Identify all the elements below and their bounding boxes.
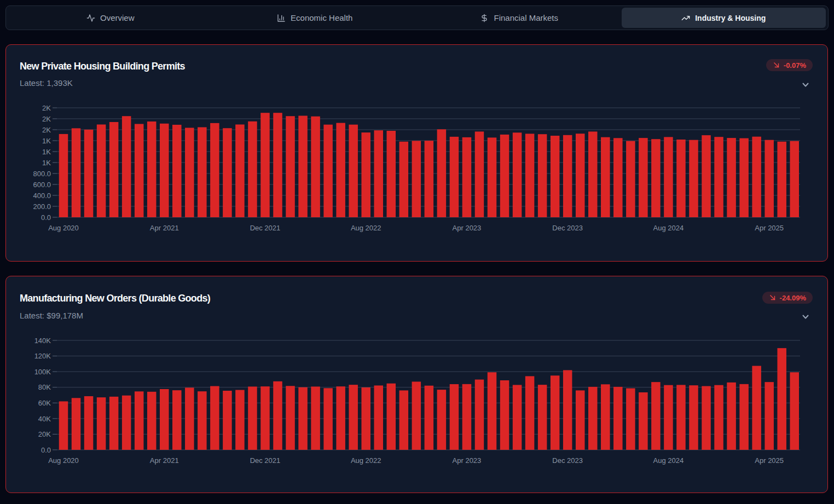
svg-text:Dec 2021: Dec 2021: [250, 224, 281, 232]
svg-text:Dec 2021: Dec 2021: [250, 456, 281, 465]
svg-text:0.0: 0.0: [41, 213, 51, 222]
svg-text:Aug 2024: Aug 2024: [653, 224, 684, 232]
svg-text:600.0: 600.0: [33, 181, 51, 189]
svg-text:Dec 2023: Dec 2023: [552, 456, 583, 465]
svg-text:Apr 2021: Apr 2021: [150, 456, 179, 465]
svg-text:100K: 100K: [34, 368, 51, 376]
svg-text:Aug 2024: Aug 2024: [653, 456, 684, 465]
svg-text:2K: 2K: [42, 126, 51, 134]
svg-text:200.0: 200.0: [33, 202, 51, 211]
svg-text:Aug 2022: Aug 2022: [351, 456, 381, 465]
svg-text:Apr 2025: Apr 2025: [755, 224, 784, 232]
svg-text:Aug 2022: Aug 2022: [351, 224, 381, 232]
svg-text:Apr 2021: Apr 2021: [150, 224, 179, 232]
svg-text:20K: 20K: [38, 430, 51, 438]
svg-text:1K: 1K: [42, 159, 51, 167]
svg-text:1K: 1K: [42, 137, 51, 145]
svg-text:400.0: 400.0: [33, 192, 51, 200]
svg-text:0.0: 0.0: [41, 446, 51, 454]
svg-text:2K: 2K: [42, 104, 51, 112]
svg-text:140K: 140K: [34, 337, 51, 345]
svg-text:Aug 2020: Aug 2020: [48, 224, 79, 232]
svg-text:1K: 1K: [42, 148, 51, 156]
svg-text:60K: 60K: [38, 399, 51, 407]
svg-text:Dec 2023: Dec 2023: [552, 224, 583, 232]
svg-text:Apr 2023: Apr 2023: [453, 224, 482, 232]
svg-text:Apr 2025: Apr 2025: [755, 456, 784, 465]
svg-text:40K: 40K: [38, 415, 51, 423]
svg-text:80K: 80K: [38, 383, 51, 391]
svg-text:120K: 120K: [34, 352, 51, 360]
svg-text:Aug 2020: Aug 2020: [48, 456, 79, 465]
svg-text:800.0: 800.0: [33, 170, 51, 178]
svg-text:Apr 2023: Apr 2023: [453, 456, 482, 465]
svg-text:2K: 2K: [42, 115, 51, 123]
